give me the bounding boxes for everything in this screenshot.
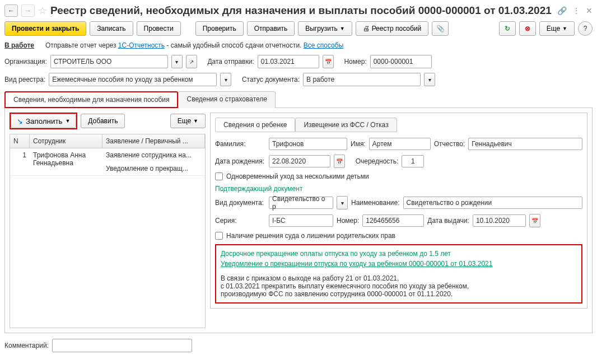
doc-section-title: Подтверждающий документ <box>215 185 582 193</box>
tab-insurer[interactable]: Сведения о страхователе <box>178 91 276 108</box>
employee-table: N Сотрудник Заявление / Первичный ... 1 … <box>10 134 206 328</box>
docstatus-dropdown[interactable]: ▾ <box>424 73 435 86</box>
type-label: Вид реестра: <box>4 76 45 83</box>
type-field[interactable]: Ежемесячные пособия по уходу за ребенком <box>49 73 217 86</box>
docname-label: Наименование: <box>351 199 400 207</box>
help-button[interactable]: ? <box>578 21 593 36</box>
org-dropdown[interactable]: ▾ <box>171 55 183 68</box>
docstatus-label: Статус документа: <box>242 76 300 83</box>
org-field[interactable]: СТРОИТЕЛЬ ООО <box>50 55 168 68</box>
check-button[interactable]: Проверить <box>195 21 244 36</box>
term-body3: производимую ФСС по заявлению сотрудника… <box>221 290 577 298</box>
series-field[interactable]: I-БС <box>269 214 333 227</box>
tab-main[interactable]: Сведения, необходимые для назначения пос… <box>4 91 178 108</box>
docnum-field[interactable]: 126465656 <box>362 214 424 227</box>
doctype-label: Вид документа: <box>215 199 265 207</box>
docstatus-field[interactable]: В работе <box>303 73 421 86</box>
registry-button[interactable]: 🖨 Реестр пособий <box>356 21 429 36</box>
attach-button[interactable]: 📎 <box>432 21 449 36</box>
status-in-work[interactable]: В работе <box>4 41 34 49</box>
surname-field[interactable]: Трифонов <box>269 138 347 150</box>
col-app[interactable]: Заявление / Первичный ... <box>102 134 205 148</box>
docname-field[interactable]: Свидетельство о рождении <box>403 197 582 209</box>
termination-box: Досрочное прекращение оплаты отпуска по … <box>215 244 582 304</box>
docnum-label: Номер: <box>337 217 359 225</box>
simul-checkbox[interactable]: Одновременный уход за несколькими детьми <box>215 172 369 180</box>
series-label: Серия: <box>215 217 265 225</box>
term-body1: В связи с приказом о выходе на работу 21… <box>221 274 577 282</box>
page-title: Реестр сведений, необходимых для назначе… <box>50 4 554 17</box>
hint-link[interactable]: 1С-Отчетность <box>118 41 165 49</box>
term-title: Досрочное прекращение оплаты отпуска по … <box>221 250 577 258</box>
term-link[interactable]: Уведомление о прекращении отпуска по ухо… <box>221 260 492 268</box>
doctype-dropdown[interactable]: ▾ <box>337 196 348 209</box>
order-field[interactable]: 1 <box>402 155 424 167</box>
post-button[interactable]: Провести <box>137 21 181 36</box>
all-ways-link[interactable]: Все способы <box>304 41 344 49</box>
col-emp[interactable]: Сотрудник <box>30 134 102 148</box>
org-open[interactable]: ↗ <box>186 55 197 68</box>
dob-calendar-icon[interactable]: 📅 <box>334 155 345 168</box>
post-and-close-button[interactable]: Провести и закрыть <box>4 21 86 36</box>
send-button[interactable]: Отправить <box>247 21 295 36</box>
name-field[interactable]: Артем <box>369 138 431 150</box>
comment-label: Комментарий: <box>4 342 49 349</box>
col-n[interactable]: N <box>10 134 30 148</box>
issue-field[interactable]: 10.10.2020 <box>473 214 526 227</box>
link-icon[interactable]: 🔗 <box>557 6 567 15</box>
type-dropdown[interactable]: ▾ <box>220 73 231 86</box>
add-button[interactable]: Добавить <box>81 114 125 128</box>
doctype-field[interactable]: Свидетельство о р <box>269 197 333 209</box>
cancel-button[interactable]: ⊗ <box>519 21 536 36</box>
tab-fss[interactable]: Извещение из ФСС / Отказ <box>295 118 397 132</box>
more-button[interactable]: Еще ▼ <box>539 21 575 36</box>
fill-button[interactable]: ↘ Заполнить ▼ <box>11 114 76 128</box>
dob-field[interactable]: 22.08.2020 <box>269 155 330 167</box>
kebab-icon[interactable]: ⋮ <box>572 6 580 15</box>
left-more-button[interactable]: Еще ▼ <box>170 114 206 128</box>
send-date-label: Дата отправки: <box>207 58 254 66</box>
court-checkbox[interactable]: Наличие решения суда о лишении родительс… <box>215 232 395 240</box>
dob-label: Дата рождения: <box>215 157 265 165</box>
issue-calendar-icon[interactable]: 📅 <box>529 214 540 227</box>
table-row[interactable]: 1 Трифонова Анна Геннадьевна Заявление с… <box>10 148 205 176</box>
name-label: Имя: <box>351 140 366 148</box>
save-button[interactable]: Записать <box>90 21 133 36</box>
favorite-icon[interactable]: ☆ <box>38 4 47 17</box>
surname-label: Фамилия: <box>215 140 265 148</box>
number-label: Номер: <box>344 58 366 66</box>
org-label: Организация: <box>4 58 47 66</box>
tab-child[interactable]: Сведения о ребенке <box>215 118 295 132</box>
comment-input[interactable] <box>52 339 192 352</box>
refresh-button[interactable]: ↻ <box>499 21 516 36</box>
term-body2: с 01.03.2021 прекратить выплату ежемесяч… <box>221 282 577 290</box>
order-label: Очередность: <box>356 157 399 165</box>
patr-label: Отчество: <box>434 140 465 148</box>
calendar-icon[interactable]: 📅 <box>323 55 334 68</box>
close-icon[interactable]: ✕ <box>586 6 593 15</box>
patr-field[interactable]: Геннадьевич <box>468 138 582 150</box>
number-field[interactable]: 0000-000001 <box>370 55 432 68</box>
send-date-field[interactable]: 01.03.2021 <box>258 55 319 68</box>
hint-text: Отправьте отчет через <box>45 41 118 49</box>
export-button[interactable]: Выгрузить ▼ <box>298 21 352 36</box>
nav-back[interactable]: ← <box>4 4 18 17</box>
issue-label: Дата выдачи: <box>427 217 469 225</box>
nav-forward[interactable]: → <box>21 4 35 17</box>
